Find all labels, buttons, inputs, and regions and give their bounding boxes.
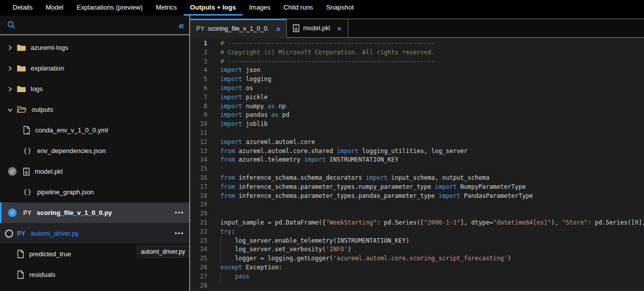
code-line-21: 21input_sample = pd.DataFrame({"WeekStar… [190, 219, 644, 228]
top-tab-bar: DetailsModelExplanations (preview)Metric… [0, 0, 644, 16]
json-braces-icon: {} [23, 147, 32, 155]
nav-tab-details[interactable]: Details [6, 0, 39, 16]
code-text: import pandas as pd [220, 111, 289, 120]
close-tab-icon[interactable]: × [337, 25, 342, 32]
tree-item-label: env_dependencies.json [37, 147, 106, 155]
file-explorer-sidebar: « azureml-logsexplanationlogsoutputsycon… [0, 16, 190, 291]
code-line-16: 16from inference_schema.schema_decorator… [190, 174, 644, 183]
code-text: try: [220, 228, 235, 237]
tree-item-conda-env-v-1-0-0-yml[interactable]: yconda_env_v_1_0_0.yml [0, 120, 189, 140]
nav-tab-snapshot[interactable]: Snapshot [319, 0, 360, 16]
code-line-18: 18from inference_schema.parameter_types.… [190, 192, 644, 201]
chevron-right-icon[interactable] [6, 65, 14, 71]
more-options-icon[interactable]: ••• [175, 209, 184, 216]
search-icon[interactable] [7, 21, 16, 29]
sidebar-header: « [0, 16, 189, 35]
python-file-icon: PY [17, 230, 26, 237]
code-text: log_server.enable_telemetry(INSTRUMENTAT… [220, 237, 410, 246]
code-text: import logging [220, 75, 271, 84]
editor-tab-scoring-file-v-1-0-0-[interactable]: PYscoring_file_v_1_0_0.× [190, 19, 287, 38]
code-text: input_sample = pd.DataFrame({"WeekStarti… [220, 219, 644, 228]
code-text: import joblib [220, 120, 268, 129]
collapse-sidebar-icon[interactable]: « [179, 20, 184, 30]
nav-tab-metrics[interactable]: Metrics [149, 0, 184, 16]
chevron-down-icon[interactable] [6, 107, 14, 112]
tree-item-label: logs [31, 85, 43, 93]
code-line-12: 12import azureml.automl.core [190, 138, 644, 147]
nav-tab-child-runs[interactable]: Child runs [277, 0, 320, 16]
line-number: 9 [190, 111, 207, 120]
tab-label: model.pkl [303, 25, 330, 32]
nav-tab-model[interactable]: Model [39, 0, 70, 16]
code-line-3: 3# -------------------------------------… [190, 57, 644, 66]
code-line-20: 20 [190, 209, 644, 219]
tree-item-azureml-logs[interactable]: azureml-logs [0, 37, 189, 58]
python-file-icon: PY [196, 25, 205, 32]
line-number: 22 [190, 228, 207, 237]
tree-item-automl-driver-py[interactable]: PYautoml_driver.py••• [0, 223, 189, 244]
tree-item-env-dependencies-json[interactable]: {}env_dependencies.json [0, 140, 189, 161]
tree-item-scoring-file-v-1-0-0-py[interactable]: ✓PYscoring_file_v_1_0_0.py••• [0, 202, 189, 223]
more-options-icon[interactable]: ••• [175, 230, 184, 237]
close-tab-icon[interactable]: × [276, 25, 281, 33]
line-number: 6 [190, 84, 207, 93]
tree-item-outputs[interactable]: outputs [0, 99, 189, 120]
code-text: import pickle [220, 93, 268, 102]
code-line-6: 6import os [190, 84, 644, 93]
line-number: 26 [190, 263, 207, 272]
tree-item-pipeline-graph-json[interactable]: {}pipeline_graph.json [0, 182, 189, 202]
code-text: import os [220, 84, 253, 93]
nav-tab-outputs-logs[interactable]: Outputs + logs [184, 0, 243, 16]
nav-tab-images[interactable]: Images [243, 0, 277, 16]
tree-item-label: azureml-logs [31, 44, 68, 51]
code-text: from inference_schema.parameter_types.nu… [220, 183, 526, 192]
tree-item-explanation[interactable]: explanation [0, 58, 189, 79]
code-line-15: 15 [190, 165, 644, 174]
line-number: 17 [190, 183, 207, 192]
folder-closed-icon [17, 65, 26, 71]
zip-file-icon [293, 24, 299, 32]
line-number: 1 [190, 39, 207, 48]
code-line-19: 19 [190, 200, 644, 209]
tree-item-label: pipeline_graph.json [37, 188, 94, 196]
line-number: 21 [190, 219, 207, 228]
tree-item-model-pkl[interactable]: ✓model.pkl [0, 161, 189, 182]
line-number: 27 [190, 272, 207, 281]
code-viewer[interactable]: 1# -------------------------------------… [190, 38, 644, 291]
tree-item-label: conda_env_v_1_0_0.yml [35, 126, 108, 134]
code-line-13: 13from azureml.automl.core.shared import… [190, 147, 644, 156]
line-number: 18 [190, 192, 207, 201]
folder-open-icon [17, 106, 27, 113]
tree-item-label: residuals [29, 271, 55, 278]
chevron-right-icon[interactable] [6, 45, 14, 51]
check-badge-icon: ✓ [8, 208, 17, 217]
line-number: 5 [190, 75, 207, 84]
code-line-27: 27 pass [190, 272, 644, 281]
code-text: import json [220, 66, 260, 75]
editor-tabstrip: PYscoring_file_v_1_0_0.×model.pkl× [190, 19, 644, 38]
code-text: from azureml.telemetry import INSTRUMENT… [220, 156, 398, 165]
code-text: # --------------------------------------… [220, 39, 435, 48]
line-number: 10 [190, 120, 207, 129]
line-number: 11 [190, 129, 207, 138]
code-line-22: 22try: [190, 228, 644, 237]
line-number: 25 [190, 254, 207, 263]
chevron-right-icon[interactable] [6, 86, 14, 92]
code-text: # --------------------------------------… [220, 57, 435, 66]
nav-tab-explanations-preview-[interactable]: Explanations (preview) [70, 0, 149, 16]
tree-item-logs[interactable]: logs [0, 79, 189, 99]
tree-item-label: model.pkl [35, 168, 63, 175]
editor-tab-model-pkl[interactable]: model.pkl× [287, 19, 348, 38]
code-line-28: 28 [190, 281, 644, 290]
line-number: 19 [190, 200, 207, 209]
code-line-25: 25 logger = logging.getLogger('azureml.a… [190, 254, 644, 263]
code-text: import azureml.automl.core [220, 138, 315, 147]
tree-item-residuals[interactable]: residuals [0, 264, 189, 285]
editor-panel: PYscoring_file_v_1_0_0.×model.pkl× 1# --… [190, 16, 644, 291]
plain-file-icon [17, 250, 24, 258]
code-line-26: 26except Exception: [190, 263, 644, 272]
code-line-24: 24 log_server.set_verbosity('INFO') [190, 245, 644, 254]
line-number: 23 [190, 237, 207, 246]
folder-closed-icon [17, 86, 26, 92]
tab-label: scoring_file_v_1_0_0. [208, 25, 269, 32]
